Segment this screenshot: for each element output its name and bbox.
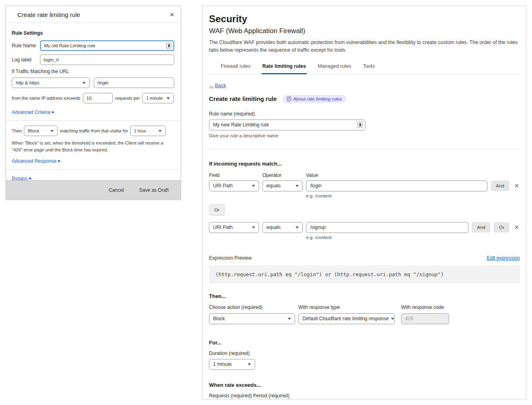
response-type-value: Default Cloudflare rate limiting respons…: [302, 316, 388, 321]
chevron-down-icon: [252, 185, 255, 187]
form-title-row: Create rate limiting rule About rate lim…: [209, 95, 520, 103]
bypass-link[interactable]: Bypass ▶: [12, 176, 32, 180]
back-label: Back: [215, 83, 226, 88]
screen: Create rate limiting rule ✕ Rule Setting…: [0, 0, 532, 405]
duration-select[interactable]: 1 minute: [209, 359, 255, 370]
modal-footer: Cancel Save as Draft: [6, 180, 181, 199]
rule-name-label: Rule name (required): [209, 111, 520, 117]
rule-name-input[interactable]: [209, 120, 365, 130]
tab-firewall-rules[interactable]: Firewall rules: [220, 60, 251, 74]
bypass-label: Bypass: [12, 176, 27, 180]
modal-title: Create rate limiting rule: [17, 11, 80, 18]
threshold-requests-input[interactable]: [83, 93, 113, 103]
save-as-draft-button[interactable]: Save as Draft: [139, 187, 169, 193]
about-rate-limiting-badge[interactable]: About rate limiting rules: [283, 95, 346, 103]
url-input[interactable]: [94, 78, 174, 88]
back-arrow-icon: ←: [209, 83, 214, 88]
action-select-value: Block: [28, 128, 39, 133]
chevron-down-icon: [82, 82, 86, 84]
rule-settings-heading: Rule Settings: [12, 30, 174, 36]
tab-rate-limiting-rules[interactable]: Rate limiting rules: [262, 60, 307, 74]
tab-tools[interactable]: Tools: [362, 60, 376, 74]
operator-select[interactable]: equals: [262, 222, 303, 233]
then-row: Then Block matching traffic from that vi…: [12, 126, 174, 136]
triangle-right-icon: ▶: [52, 111, 54, 114]
triangle-right-icon: ▶: [29, 177, 32, 180]
expression-code: (http.request.uri.path eq "/login") or (…: [209, 265, 520, 283]
field-select[interactable]: URI Path: [209, 222, 259, 233]
rule-name-input-wrap: [209, 120, 365, 130]
and-button[interactable]: And: [491, 180, 509, 191]
block-duration-select[interactable]: 1 hour: [130, 126, 166, 136]
action-column: Choose action (required) Block: [209, 304, 295, 324]
choose-action-value: Block: [213, 316, 225, 321]
or-connector-button[interactable]: Or: [209, 204, 225, 216]
autofill-icon[interactable]: [357, 122, 363, 128]
chevron-down-icon: [252, 227, 255, 229]
value-column-label: Value: [306, 172, 318, 178]
block-duration-value: 1 hour: [134, 128, 146, 133]
rule-name-input-wrap: [40, 40, 174, 51]
or-button[interactable]: Or: [494, 222, 509, 233]
expression-header: Expression Preview Edit expression: [209, 255, 520, 261]
chevron-down-icon: [288, 318, 291, 320]
edit-expression-link[interactable]: Edit expression: [487, 255, 520, 261]
requests-label: Requests (required): [209, 393, 251, 399]
chevron-down-icon: [248, 363, 251, 365]
expression-preview-label: Expression Preview: [209, 255, 251, 261]
advanced-response-link[interactable]: Advanced Response ▶: [12, 158, 61, 164]
tab-managed-rules[interactable]: Managed rules: [317, 60, 352, 74]
response-type-select[interactable]: Default Cloudflare rate limiting respons…: [298, 313, 395, 324]
threshold-period-value: 1 minute: [146, 96, 163, 101]
threshold-period-select[interactable]: 1 minute: [142, 93, 174, 103]
advanced-criteria-link[interactable]: Advanced Criteria ▶: [12, 109, 55, 115]
divider: [209, 149, 520, 149]
divider: [6, 169, 181, 170]
response-type-column: With response type Default Cloudflare ra…: [298, 304, 395, 324]
divider: [6, 120, 181, 121]
field-select[interactable]: URI Path: [209, 180, 259, 191]
modal-header: Create rate limiting rule ✕: [6, 6, 181, 23]
choose-action-label: Choose action (required): [209, 304, 295, 310]
chevron-down-icon: [391, 318, 394, 320]
rate-heading: When rate exceeds...: [209, 382, 520, 388]
chevron-down-icon: [296, 227, 299, 229]
field-column-label: Field: [209, 172, 259, 178]
operator-select[interactable]: equals: [262, 180, 303, 191]
remove-condition-icon[interactable]: ✕: [513, 183, 520, 189]
operator-column-label: Operator: [262, 172, 303, 178]
modal-body: Rule Settings Rule Name Log label If Tra…: [6, 23, 181, 180]
chevron-down-icon: [167, 97, 170, 99]
field-select-value: URI Path: [213, 183, 233, 189]
duration-label: Duration (required): [209, 350, 520, 356]
value-input[interactable]: [306, 222, 469, 233]
condition-row: URI Path equals And ✕: [209, 180, 520, 191]
match-heading: If incoming requests match...: [209, 161, 520, 167]
choose-action-select[interactable]: Block: [209, 313, 295, 324]
traffic-match-label: If Traffic Matching the URL: [12, 69, 174, 74]
response-code-input: [401, 313, 449, 324]
log-label-input[interactable]: [40, 55, 174, 65]
chevron-down-icon: [158, 130, 162, 132]
operator-select-value: equals: [266, 225, 281, 230]
tab-bar: Firewall rules Rate limiting rules Manag…: [209, 60, 520, 74]
value-input[interactable]: [306, 180, 488, 191]
remove-condition-icon[interactable]: ✕: [513, 225, 520, 230]
and-button[interactable]: And: [472, 222, 490, 233]
back-link[interactable]: ←Back: [209, 83, 226, 88]
then-controls: Choose action (required) Block With resp…: [209, 304, 520, 324]
operator-select-value: equals: [266, 183, 281, 189]
threshold-prefix: from the same IP address exceeds: [12, 96, 80, 101]
scheme-select[interactable]: http & https: [12, 78, 90, 88]
cancel-button[interactable]: Cancel: [109, 187, 124, 193]
rule-name-input[interactable]: [40, 40, 174, 51]
close-icon[interactable]: ✕: [170, 12, 174, 17]
action-select[interactable]: Block: [24, 126, 58, 136]
page-title: Security: [209, 13, 520, 25]
response-code-column: With response code: [401, 304, 449, 324]
autofill-icon[interactable]: [166, 43, 171, 49]
response-code-label: With response code: [401, 304, 449, 310]
traffic-match-row: http & https: [12, 78, 174, 88]
rule-name-hint: Give your rule a descriptive name: [209, 133, 520, 138]
log-label-input-wrap: [40, 55, 174, 65]
